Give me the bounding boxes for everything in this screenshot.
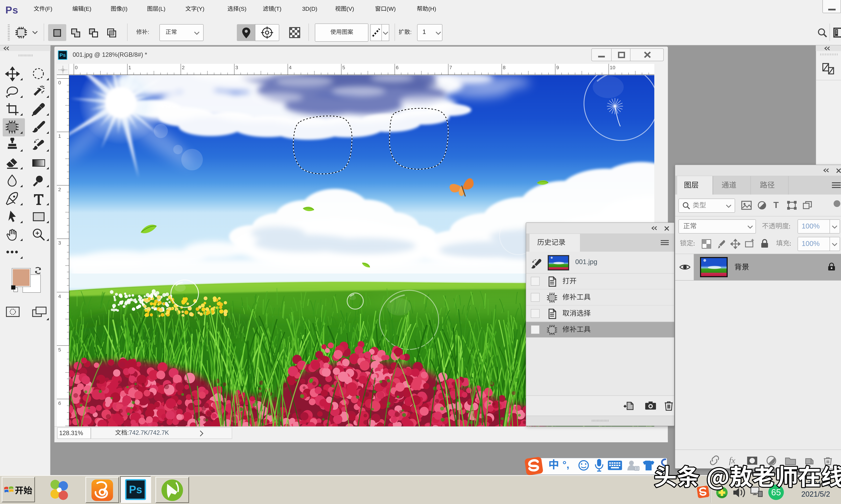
svg-text:fx: fx bbox=[729, 456, 735, 465]
svg-text:65: 65 bbox=[771, 487, 781, 497]
